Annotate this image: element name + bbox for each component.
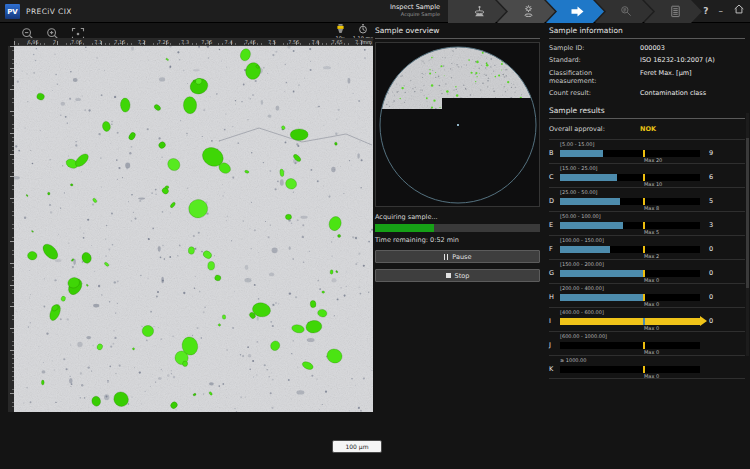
class-bar-row: F0 <box>549 245 745 253</box>
acquire-arrow-icon <box>570 5 585 18</box>
app-title: PRECiV CIX <box>26 7 72 16</box>
class-count-bar <box>560 150 700 157</box>
objective-icon <box>336 24 345 34</box>
class-count-bar <box>560 222 700 229</box>
contamination-class-rows: [5.00 - 15.00]B9Max 20[15.00 - 25.00]C6M… <box>549 139 745 379</box>
bar-fill <box>560 198 620 205</box>
limit-marker <box>643 318 645 325</box>
help-button[interactable]: ? <box>703 3 708 19</box>
workflow-titles: Inspect Sample Acquire Sample <box>360 3 440 17</box>
class-letter: J <box>549 341 560 349</box>
acquisition-status: Acquiring sample... <box>375 213 540 221</box>
class-bar-row: B9 <box>549 149 745 157</box>
sample-information-title: Sample information <box>549 26 745 39</box>
info-field-row: Count result:Contamination class <box>549 89 745 97</box>
sample-information-fields: Sample ID:000003Standard:ISO 16232-10:20… <box>549 44 745 98</box>
result-class-row-H: [200.00 - 400.00]H0Max 0 <box>549 283 745 307</box>
class-count-bar <box>560 318 700 325</box>
class-letter: E <box>549 221 560 229</box>
ruler-tick-label: 7 <box>53 39 56 45</box>
class-letter: B <box>549 149 560 157</box>
analyze-icon <box>620 5 633 18</box>
limit-marker <box>643 294 645 301</box>
limit-marker <box>643 270 645 277</box>
class-count-bar <box>560 342 700 349</box>
scrollbar-thumb[interactable] <box>746 138 749 288</box>
bar-fill <box>560 222 623 229</box>
class-count-value: 0 <box>709 245 713 253</box>
class-count-bar <box>560 270 700 277</box>
exposure-icon <box>358 24 368 34</box>
stop-button[interactable]: Stop <box>375 269 540 282</box>
class-count-value: 0 <box>709 317 713 325</box>
class-range-label: [5.00 - 15.00] <box>560 142 745 148</box>
minimize-button[interactable]: – <box>719 3 724 19</box>
result-class-row-K: ≥ 1000.00KMax 0 <box>549 355 745 379</box>
ruler-tick-label: 6.95 <box>27 39 38 45</box>
pause-button[interactable]: Pause <box>375 250 540 263</box>
result-class-row-D: [25.00 - 50.00]D5Max 8 <box>549 187 745 211</box>
ruler-tick-label: 7.35 <box>201 39 212 45</box>
ruler-tick-label: 7.4 <box>225 39 233 45</box>
ruler-tick-label: 7.1 <box>94 39 102 45</box>
bar-fill <box>560 246 610 253</box>
class-count-bar <box>560 294 700 301</box>
workflow-subtitle: Acquire Sample <box>360 11 440 17</box>
bar-fill-exceeded <box>560 318 700 325</box>
results-scrollbar[interactable] <box>746 113 749 356</box>
class-bar-row: I0 <box>549 317 745 325</box>
pause-icon <box>444 254 449 260</box>
ruler-tick-label: 7.3 <box>181 39 189 45</box>
class-count-value: 9 <box>709 149 713 157</box>
pause-label: Pause <box>452 253 471 261</box>
overview-map[interactable] <box>375 42 540 207</box>
class-count-value: 6 <box>709 173 713 181</box>
class-range-label: ≥ 1000.00 <box>560 358 745 364</box>
class-bar-row: K <box>549 365 745 373</box>
class-count-value: 0 <box>709 293 713 301</box>
time-remaining: Time remaining: 0:52 min <box>375 236 540 244</box>
bar-fill <box>560 174 617 181</box>
info-field-label: Count result: <box>549 89 640 97</box>
stage-image[interactable]: 100 µm <box>14 46 373 412</box>
info-field-value: Contamination class <box>640 89 706 97</box>
class-letter: H <box>549 293 560 301</box>
class-count-bar <box>560 246 700 253</box>
class-letter: K <box>549 365 560 373</box>
horizontal-ruler: mm 6.9577.057.17.157.27.257.37.357.47.45… <box>14 38 373 46</box>
workflow-step-prepare[interactable] <box>448 0 506 23</box>
ruler-tick-label: 7.2 <box>138 39 146 45</box>
app-logo: PV <box>5 4 20 19</box>
limit-marker <box>643 174 645 181</box>
class-bar-row: H0 <box>549 293 745 301</box>
sample-results-title: Sample results <box>549 106 745 119</box>
class-count-bar <box>560 366 700 373</box>
ruler-tick-label: 7.15 <box>114 39 125 45</box>
ruler-tick-label: 7.7 <box>355 39 363 45</box>
class-range-label: [200.00 - 400.00] <box>560 286 745 292</box>
ruler-tick-label: 7.25 <box>158 39 169 45</box>
microscope-live-image <box>14 46 373 412</box>
class-bar-row: D5 <box>549 197 745 205</box>
limit-marker <box>643 366 645 373</box>
info-field-value: Feret Max. [µm] <box>640 69 692 85</box>
class-letter: F <box>549 245 560 253</box>
result-class-row-B: [5.00 - 15.00]B9Max 20 <box>549 139 745 163</box>
class-count-value: 0 <box>709 269 713 277</box>
result-class-row-E: [50.00 - 100.00]E3Max 5 <box>549 211 745 235</box>
limit-marker <box>643 342 645 349</box>
home-icon[interactable] <box>733 3 745 20</box>
class-range-label: [150.00 - 200.00] <box>560 262 745 268</box>
result-class-row-C: [15.00 - 25.00]C6Max 10 <box>549 163 745 187</box>
info-field-row: Classification measurement:Feret Max. [µ… <box>549 69 745 85</box>
ruler-tick-label: 7.5 <box>268 39 276 45</box>
limit-marker <box>643 150 645 157</box>
stage-position-dot <box>457 124 459 126</box>
stop-label: Stop <box>455 272 470 280</box>
info-field-value: 000003 <box>640 44 665 52</box>
info-field-value: ISO 16232-10:2007 (A) <box>640 56 715 64</box>
info-field-row: Sample ID:000003 <box>549 44 745 52</box>
acquisition-progress-bar <box>375 224 540 232</box>
class-letter: C <box>549 173 560 181</box>
info-field-label: Classification measurement: <box>549 69 640 85</box>
